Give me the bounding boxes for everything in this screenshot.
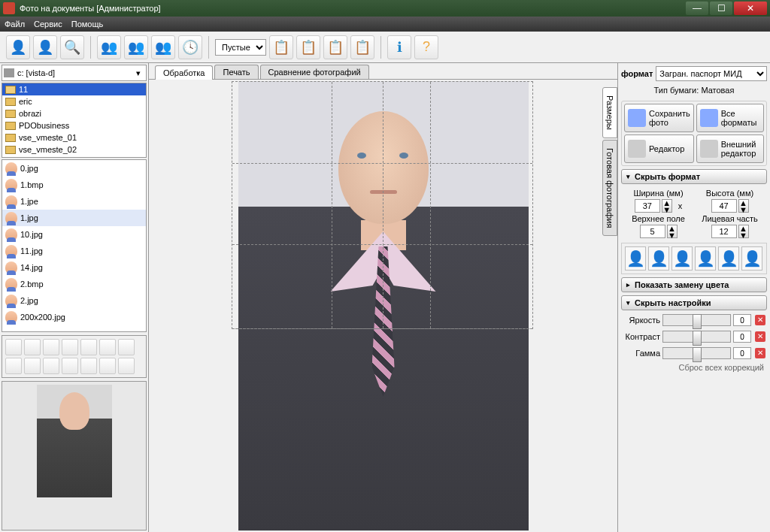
toolbar-btn-6[interactable]: 👥: [151, 35, 175, 59]
photo-image[interactable]: [238, 81, 529, 530]
mini-btn-10[interactable]: [43, 358, 59, 374]
hide-settings-bar[interactable]: ▾ Скрыть настройки: [621, 295, 767, 310]
tab-compare[interactable]: Сравнение фотографий: [260, 65, 369, 79]
format-thumb-3[interactable]: 👤: [671, 246, 693, 271]
mini-btn-14[interactable]: [118, 358, 135, 374]
file-icon: [5, 245, 17, 257]
folder-item[interactable]: 11: [2, 83, 146, 95]
file-name: 14.jpg: [20, 263, 43, 272]
folder-item[interactable]: vse_vmeste_02: [2, 144, 146, 156]
file-name: 11.jpg: [20, 246, 43, 255]
toolbar-btn-8[interactable]: 📋: [269, 35, 293, 59]
file-item[interactable]: 200x200.jpg: [2, 309, 146, 325]
vtab-sizes[interactable]: Размеры: [602, 87, 617, 138]
mini-btn-2[interactable]: [24, 339, 41, 355]
vtab-ready[interactable]: Готовая фотография: [602, 140, 617, 236]
gamma-slider[interactable]: [662, 347, 731, 359]
face-input[interactable]: [711, 225, 737, 238]
contrast-reset[interactable]: ✕: [755, 331, 765, 342]
menu-service[interactable]: Сервис: [34, 20, 62, 29]
face-spinner[interactable]: ▲▼: [738, 225, 749, 238]
file-item[interactable]: 1.jpg: [2, 210, 146, 226]
brightness-label: Яркость: [623, 316, 660, 325]
file-item[interactable]: 1.bmp: [2, 177, 146, 193]
file-item[interactable]: 2.bmp: [2, 276, 146, 292]
all-formats-button[interactable]: Все форматы: [696, 104, 764, 132]
format-thumb-4[interactable]: 👤: [695, 246, 716, 271]
toolbar-btn-7[interactable]: 🕓: [178, 35, 202, 59]
close-button[interactable]: ✕: [734, 2, 767, 15]
drive-selector[interactable]: c: [vista-d] ▾: [2, 65, 147, 81]
tab-print[interactable]: Печать: [214, 65, 258, 79]
file-item[interactable]: 2.jpg: [2, 292, 146, 309]
toolbar-btn-5[interactable]: 👥: [124, 35, 148, 59]
contrast-value[interactable]: [733, 331, 751, 343]
format-thumb-2[interactable]: 👤: [648, 246, 669, 271]
tab-processing[interactable]: Обработка: [155, 65, 213, 80]
save-photo-button[interactable]: Сохранить фото: [624, 104, 694, 132]
format-thumb-5[interactable]: 👤: [718, 246, 739, 271]
sidebar: c: [vista-d] ▾ 11ericobraziPDObusinessvs…: [0, 63, 149, 532]
toolbar-btn-11[interactable]: 📋: [350, 35, 374, 59]
width-spinner[interactable]: ▲▼: [662, 199, 672, 213]
maximize-button[interactable]: ☐: [710, 2, 732, 15]
file-item[interactable]: 11.jpg: [2, 243, 146, 259]
format-thumb-6[interactable]: 👤: [741, 246, 762, 271]
toolbar-btn-10[interactable]: 📋: [323, 35, 347, 59]
toolbar-dropdown[interactable]: Пустые: [215, 39, 266, 56]
center-panel: Обработка Печать Сравнение фотографий Ра…: [149, 63, 617, 532]
format-thumb-1[interactable]: 👤: [625, 246, 646, 271]
file-item[interactable]: 14.jpg: [2, 259, 146, 276]
file-item[interactable]: 0.jpg: [2, 160, 146, 177]
mini-btn-4[interactable]: [62, 339, 78, 355]
mini-btn-13[interactable]: [99, 358, 116, 374]
folder-item[interactable]: eric: [2, 95, 146, 107]
gamma-reset[interactable]: ✕: [755, 348, 765, 358]
top-field-input[interactable]: [640, 225, 665, 238]
file-item[interactable]: 10.jpg: [2, 226, 146, 243]
minimize-button[interactable]: —: [686, 2, 708, 15]
file-icon: [5, 195, 17, 207]
drive-dropdown-icon[interactable]: ▾: [132, 68, 144, 78]
top-field-spinner[interactable]: ▲▼: [667, 225, 678, 238]
folder-item[interactable]: vse_vmeste_01: [2, 131, 146, 144]
mini-toolbar: [2, 335, 147, 378]
format-thumbnails: 👤 👤 👤 👤 👤 👤: [621, 243, 767, 274]
mini-btn-3[interactable]: [43, 339, 59, 355]
mini-btn-7[interactable]: [118, 339, 135, 355]
menu-file[interactable]: Файл: [5, 20, 25, 29]
folder-item[interactable]: obrazi: [2, 107, 146, 119]
editor-button[interactable]: Редактор: [624, 135, 694, 163]
mini-btn-1[interactable]: [5, 339, 22, 355]
width-input[interactable]: [635, 199, 660, 213]
toolbar-btn-2[interactable]: 👤: [33, 35, 57, 59]
toolbar-btn-9[interactable]: 📋: [296, 35, 320, 59]
brightness-value[interactable]: [733, 314, 751, 326]
toolbar-btn-3[interactable]: 🔍: [60, 35, 84, 59]
toolbar-help-button[interactable]: ?: [414, 35, 438, 59]
height-input[interactable]: [711, 199, 737, 213]
height-spinner[interactable]: ▲▼: [738, 199, 749, 213]
menu-help[interactable]: Помощь: [71, 20, 104, 29]
external-editor-button[interactable]: Внешний редактор: [696, 135, 764, 163]
mini-btn-12[interactable]: [80, 358, 97, 374]
save-icon: [628, 109, 646, 127]
mini-btn-11[interactable]: [62, 358, 78, 374]
mini-btn-5[interactable]: [80, 339, 97, 355]
mini-btn-8[interactable]: [5, 358, 22, 374]
reset-all-label[interactable]: Сброс всех коррекций: [621, 363, 767, 372]
file-item[interactable]: 1.jpe: [2, 193, 146, 210]
hide-format-bar[interactable]: ▾ Скрыть формат: [621, 169, 767, 184]
toolbar-btn-4[interactable]: 👥: [97, 35, 121, 59]
contrast-slider[interactable]: [662, 331, 731, 343]
folder-item[interactable]: PDObusiness: [2, 119, 146, 131]
toolbar-info-button[interactable]: ℹ: [387, 35, 411, 59]
format-select[interactable]: Загран. паспорт МИД: [656, 66, 767, 81]
show-color-bar[interactable]: ▸ Показать замену цвета: [621, 277, 767, 292]
brightness-slider[interactable]: [662, 314, 731, 326]
toolbar-btn-1[interactable]: 👤: [6, 35, 30, 59]
mini-btn-6[interactable]: [99, 339, 116, 355]
gamma-value[interactable]: [733, 347, 751, 359]
mini-btn-9[interactable]: [24, 358, 41, 374]
brightness-reset[interactable]: ✕: [755, 315, 765, 325]
